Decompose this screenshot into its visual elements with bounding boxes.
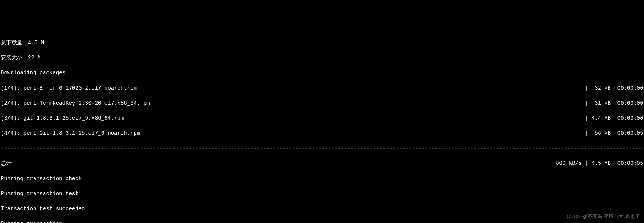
- download-row: (1/4): perl-Error-0.17020-2.el7.noarch.r…: [1, 85, 643, 92]
- total-label: 总计: [1, 160, 12, 168]
- transaction-test: Running transaction test: [1, 190, 643, 198]
- download-status: | 56 kB 00:00:05: [585, 130, 643, 137]
- download-row: (2/4): perl-TermReadKey-2.30-20.el7.x86_…: [1, 100, 643, 107]
- download-pkg: (4/4): perl-Git-1.8.3.1-25.el7_9.noarch.…: [1, 130, 140, 137]
- download-status: | 31 kB 00:00:00: [585, 100, 643, 107]
- download-pkg: (2/4): perl-TermReadKey-2.30-20.el7.x86_…: [1, 100, 150, 107]
- total-summary-row: 总计809 kB/s | 4.5 MB 00:00:05: [1, 160, 643, 168]
- download-status: | 4.4 MB 00:00:00: [585, 115, 643, 122]
- watermark-text: CSDN @不死鸟.亚历山大.狼崽子: [567, 213, 640, 220]
- download-pkg: (3/4): git-1.8.3.1-25.el7_9.x86_64.rpm: [1, 115, 124, 122]
- download-status: | 32 kB 00:00:00: [585, 85, 643, 92]
- download-row: (3/4): git-1.8.3.1-25.el7_9.x86_64.rpm| …: [1, 115, 643, 122]
- total-stats: 809 kB/s | 4.5 MB 00:00:05: [556, 160, 643, 168]
- transaction-running: Running transaction: [1, 220, 643, 223]
- download-pkg: (1/4): perl-Error-0.17020-2.el7.noarch.r…: [1, 85, 137, 92]
- transaction-check: Running transaction check: [1, 175, 643, 183]
- transaction-succeeded: Transaction test succeeded: [1, 205, 643, 213]
- download-row: (4/4): perl-Git-1.8.3.1-25.el7_9.noarch.…: [1, 130, 643, 137]
- downloading-header: Downloading packages:: [1, 69, 643, 77]
- separator-line: ----------------------------------------…: [1, 145, 643, 153]
- install-size-line: 安装大小：22 M: [1, 54, 643, 62]
- total-download-line: 总下载量：4.5 M: [1, 39, 643, 47]
- terminal-output: 总下载量：4.5 M 安装大小：22 M Downloading package…: [1, 32, 643, 223]
